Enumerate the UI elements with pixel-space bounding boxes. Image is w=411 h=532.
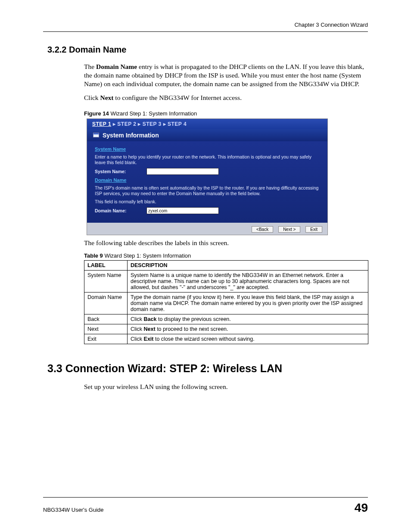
step-sep: ▸	[111, 121, 117, 127]
table-row: Exit Click Exit to close the wizard scre…	[84, 334, 368, 344]
text: Click	[84, 94, 100, 101]
text: to close the wizard screen without savin…	[154, 336, 255, 342]
table-9: LABEL DESCRIPTION System Name System Nam…	[84, 260, 368, 344]
cell-desc: Click Next to proceed to the next screen…	[128, 324, 368, 334]
cell-label: Domain Name	[84, 292, 128, 314]
wizard-title: System Information	[103, 132, 159, 139]
table-row: System Name System Name is a unique name…	[84, 271, 368, 292]
section-322-heading: 3.2.2 Domain Name	[47, 45, 368, 55]
table-row: Domain Name Type the domain name (if you…	[84, 292, 368, 314]
cell-desc: Click Back to display the previous scree…	[128, 314, 368, 324]
cell-label: Exit	[84, 334, 128, 344]
wizard-screenshot: STEP 1 ▸ STEP 2 ▸ STEP 3 ▸ STEP 4 System…	[87, 118, 328, 236]
system-name-label: System Name:	[95, 169, 142, 174]
system-name-input[interactable]	[146, 168, 219, 175]
cell-desc: System Name is a unique name to identify…	[128, 271, 368, 292]
bold-domain-name: Domain Name	[96, 63, 137, 70]
th-label: LABEL	[84, 261, 128, 271]
exit-button[interactable]: Exit	[305, 226, 322, 233]
cell-label: Next	[84, 324, 128, 334]
figure-14-caption: Figure 14 Wizard Step 1: System Informat…	[84, 110, 368, 117]
text: Click	[131, 316, 144, 322]
figure-label: Figure 14	[84, 110, 109, 117]
para-322-2: Click Next to configure the NBG334W for …	[84, 93, 368, 102]
text: to configure the NBG334W for Internet ac…	[113, 94, 242, 101]
bold-back: Back	[144, 316, 157, 322]
wizard-body: System Name Enter a name to help you ide…	[87, 141, 327, 223]
page-number: 49	[355, 501, 368, 515]
cell-desc: Type the domain name (if you know it) he…	[128, 292, 368, 314]
domain-name-section: Domain Name	[95, 177, 320, 183]
section-33-heading: 3.3 Connection Wizard: STEP 2: Wireless …	[47, 362, 368, 375]
domain-name-desc2: This field is normally left blank.	[95, 199, 320, 205]
step-1: STEP 1	[92, 121, 111, 127]
cell-label: System Name	[84, 271, 128, 292]
system-name-desc: Enter a name to help you identify your r…	[95, 154, 320, 165]
domain-name-input[interactable]	[146, 207, 219, 214]
footer-guide: NBG334W User's Guide	[43, 507, 103, 513]
figure-title: Wizard Step 1: System Information	[109, 110, 197, 117]
table-label: Table 9	[84, 252, 103, 259]
domain-name-desc1: The ISP's domain name is often sent auto…	[95, 185, 320, 196]
bold-exit: Exit	[144, 336, 154, 342]
wizard-title-bar: System Information	[87, 129, 327, 141]
text: to display the previous screen.	[156, 316, 230, 322]
bold-next: Next	[144, 326, 156, 332]
post-figure-text: The following table describes the labels…	[84, 239, 368, 247]
next-button[interactable]: Next >	[278, 226, 300, 233]
table-9-caption: Table 9 Wizard Step 1: System Informatio…	[84, 252, 368, 259]
step-sep: ▸	[162, 121, 168, 127]
running-header: Chapter 3 Connection Wizard	[43, 22, 368, 32]
step-sep: ▸	[136, 121, 142, 127]
domain-name-label: Domain Name:	[95, 208, 142, 213]
step-3: STEP 3	[143, 121, 162, 127]
step-2: STEP 2	[117, 121, 136, 127]
system-name-section: System Name	[95, 146, 320, 152]
para-322-1: The Domain Name entry is what is propaga…	[84, 62, 368, 88]
cell-desc: Click Exit to close the wizard screen wi…	[128, 334, 368, 344]
table-row: Next Click Next to proceed to the next s…	[84, 324, 368, 334]
para-33-1: Set up your wireless LAN using the follo…	[84, 383, 368, 391]
bold-next: Next	[100, 94, 113, 101]
window-icon	[93, 133, 99, 137]
wizard-button-bar: <Back Next > Exit	[87, 223, 327, 235]
back-button[interactable]: <Back	[252, 226, 273, 233]
text: The	[84, 63, 96, 70]
table-row: Back Click Back to display the previous …	[84, 314, 368, 324]
text: to proceed to the next screen.	[156, 326, 228, 332]
step-4: STEP 4	[168, 121, 187, 127]
text: Click	[131, 336, 144, 342]
th-description: DESCRIPTION	[128, 261, 368, 271]
text: Click	[131, 326, 144, 332]
wizard-step-bar: STEP 1 ▸ STEP 2 ▸ STEP 3 ▸ STEP 4	[87, 119, 327, 129]
table-title: Wizard Step 1: System Information	[103, 252, 191, 259]
cell-label: Back	[84, 314, 128, 324]
page-footer: NBG334W User's Guide 49	[43, 497, 368, 515]
